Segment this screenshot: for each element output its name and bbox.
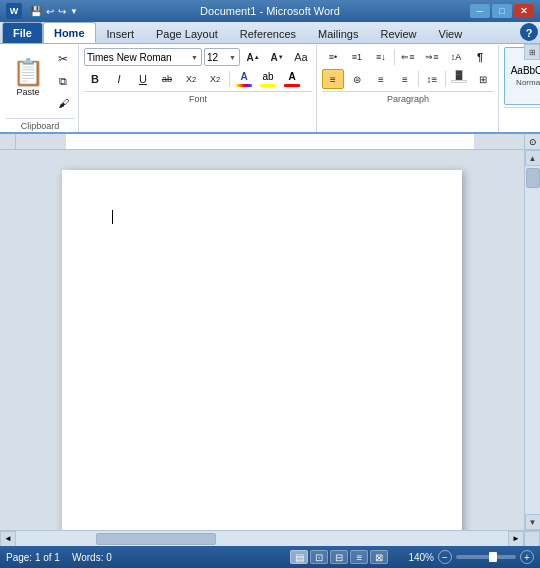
clipboard-group: 📋 Paste ✂ ⧉ 🖌 Clipboard [2,45,79,132]
paragraph-label: Paragraph [322,91,494,105]
scroll-track-horizontal[interactable] [16,531,508,546]
font-size-selector[interactable]: 12 ▼ [204,48,240,66]
horizontal-scrollbar: ◄ ► [0,530,540,546]
clipboard-label: Clipboard [6,118,74,132]
ribbon: 📋 Paste ✂ ⧉ 🖌 Clipboard Times New Roman … [0,44,540,134]
scroll-track-vertical[interactable] [525,166,540,514]
text-highlight-button[interactable]: ab [257,69,279,89]
shading-button[interactable]: ▓ [448,69,470,89]
align-right-button[interactable]: ≡ [370,69,392,89]
strikethrough-button[interactable]: ab [156,69,178,89]
increase-indent-button[interactable]: ⇒≡ [421,47,443,67]
scroll-corner-box [524,531,540,547]
status-bar: Page: 1 of 1 Words: 0 ▤ ⊡ ⊟ ≡ ⊠ 140% − + [0,546,540,568]
superscript-button[interactable]: X2 [204,69,226,89]
show-marks-button[interactable]: ¶ [469,47,491,67]
tab-help[interactable]: ? [520,23,538,41]
line-spacing-button[interactable]: ↕≡ [421,69,443,89]
font-group: Times New Roman ▼ 12 ▼ A▲ A▼ Aa B I U [80,45,317,132]
font-name-selector[interactable]: Times New Roman ▼ [84,48,202,66]
view-fullscreen[interactable]: ⊡ [310,550,328,564]
zoom-decrease-button[interactable]: − [438,550,452,564]
quick-save-icon[interactable]: 💾 [30,6,42,17]
zoom-area: 140% − + [408,550,534,564]
scroll-thumb-horizontal[interactable] [96,533,216,545]
zoom-slider-thumb[interactable] [489,552,497,562]
decrease-indent-button[interactable]: ⇐≡ [397,47,419,67]
cut-button[interactable]: ✂ [52,49,74,69]
view-outline[interactable]: ≡ [350,550,368,564]
numbering-button[interactable]: ≡1 [346,47,368,67]
underline-button[interactable]: U [132,69,154,89]
tab-review[interactable]: Review [369,23,427,43]
tab-insert[interactable]: Insert [96,23,146,43]
minimize-button[interactable]: ─ [470,4,490,18]
ruler-container: ⊙ [0,134,540,150]
document-page[interactable] [62,170,462,530]
font-name-dropdown-icon[interactable]: ▼ [190,54,199,61]
scroll-down-button[interactable]: ▼ [525,514,541,530]
scroll-up-button[interactable]: ▲ [525,150,541,166]
document-area: ▲ ▼ [0,150,540,530]
multilevel-button[interactable]: ≡↓ [370,47,392,67]
subscript-button[interactable]: X2 [180,69,202,89]
quick-undo-icon[interactable]: ↩ [46,6,54,17]
tab-view[interactable]: View [428,23,474,43]
scroll-right-button[interactable]: ► [508,531,524,547]
app-icon: W [6,3,22,19]
ribbon-tabs: File Home Insert Page Layout References … [0,22,540,44]
font-size-dropdown-icon[interactable]: ▼ [228,54,237,61]
window-title: Document1 - Microsoft Word [200,5,340,17]
tab-file[interactable]: File [2,22,43,43]
document-canvas[interactable] [0,150,524,530]
quick-dropdown-icon[interactable]: ▼ [70,7,78,16]
view-web[interactable]: ⊟ [330,550,348,564]
page-status: Page: 1 of 1 [6,552,60,563]
tab-home[interactable]: Home [43,22,96,43]
text-cursor [112,210,113,224]
align-center-button[interactable]: ⊜ [346,69,368,89]
grow-font-button[interactable]: A▲ [242,47,264,67]
zoom-level: 140% [408,552,434,563]
copy-button[interactable]: ⧉ [52,71,74,91]
font-color-button[interactable]: A [281,69,303,89]
scroll-thumb-vertical[interactable] [526,168,540,188]
italic-button[interactable]: I [108,69,130,89]
format-painter-button[interactable]: 🖌 [52,93,74,113]
bullets-button[interactable]: ≡• [322,47,344,67]
title-bar: W 💾 ↩ ↪ ▼ Document1 - Microsoft Word ─ □… [0,0,540,22]
tab-references[interactable]: References [229,23,307,43]
justify-button[interactable]: ≡ [394,69,416,89]
styles-label: Styles [504,107,540,121]
ruler-right-corner[interactable]: ⊙ [524,134,540,150]
zoom-increase-button[interactable]: + [520,550,534,564]
view-draft[interactable]: ⊠ [370,550,388,564]
font-label: Font [84,91,312,105]
paragraph-group: ≡• ≡1 ≡↓ ⇐≡ ⇒≡ ↕A ¶ ≡ ⊜ ≡ ≡ ↕≡ [318,45,499,132]
sort-button[interactable]: ↕A [445,47,467,67]
clear-format-button[interactable]: Aa [290,47,312,67]
paste-button[interactable]: 📋 Paste [6,47,50,109]
align-left-button[interactable]: ≡ [322,69,344,89]
quick-redo-icon[interactable]: ↪ [58,6,66,17]
text-effects-button[interactable]: A [233,69,255,89]
paste-icon: 📋 [12,59,44,85]
scroll-left-button[interactable]: ◄ [0,531,16,547]
ruler-corner [0,134,16,150]
ruler [16,134,524,150]
bold-button[interactable]: B [84,69,106,89]
tab-mailings[interactable]: Mailings [307,23,369,43]
shrink-font-button[interactable]: A▼ [266,47,288,67]
zoom-slider[interactable] [456,555,516,559]
borders-button[interactable]: ⊞ [472,69,494,89]
maximize-button[interactable]: □ [492,4,512,18]
tab-pagelayout[interactable]: Page Layout [145,23,229,43]
view-print-layout[interactable]: ▤ [290,550,308,564]
vertical-scrollbar: ▲ ▼ [524,150,540,530]
words-status: Words: 0 [72,552,112,563]
ribbon-expand-button[interactable]: ⊞ [524,44,540,60]
close-button[interactable]: ✕ [514,4,534,18]
